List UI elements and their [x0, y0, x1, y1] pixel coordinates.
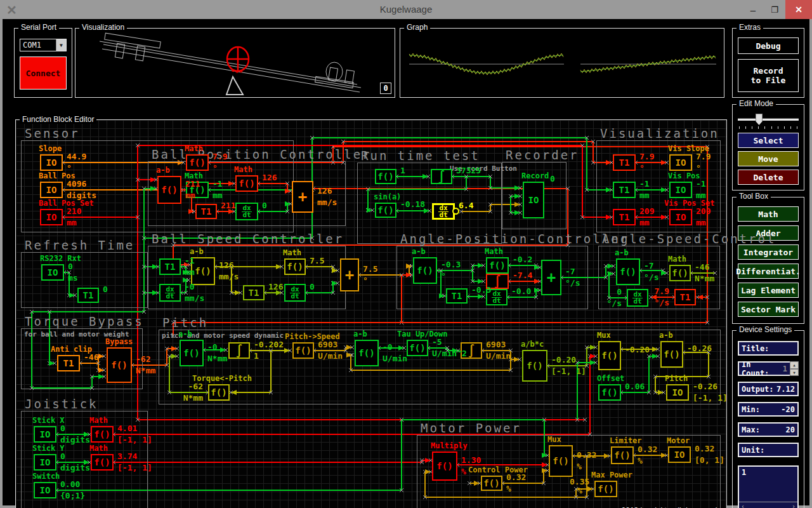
block-rt-ddt[interactable]: dxdt: [432, 203, 455, 220]
block-mp-lim[interactable]: f(): [611, 446, 634, 464]
output-unit: N*mm: [695, 274, 714, 283]
device-field-incount[interactable]: In Count:1▲▼: [738, 361, 799, 376]
block-vis-posset-io[interactable]: IO: [669, 209, 692, 225]
block-vis-slope-io[interactable]: IO: [669, 154, 692, 171]
block-tb-bypass[interactable]: f(): [107, 347, 132, 383]
block-bpc-ddt[interactable]: dxdt: [235, 203, 258, 220]
block-p-ab1[interactable]: f(): [180, 340, 204, 366]
block-slope-io[interactable]: IO: [40, 154, 63, 171]
device-field-unit[interactable]: Unit:: [738, 443, 799, 457]
block-mp-ctrl[interactable]: f(): [481, 476, 502, 491]
block-bpc-t1[interactable]: T1: [195, 204, 217, 219]
spin-up-icon[interactable]: ▲: [790, 361, 799, 369]
block-vis-pos-io[interactable]: IO: [669, 182, 692, 198]
block-rec-io[interactable]: IO: [523, 182, 544, 218]
block-tb-t1[interactable]: T1: [57, 355, 80, 371]
block-asc-t1[interactable]: T1: [674, 289, 696, 305]
edit-mode-button-move[interactable]: Move: [738, 151, 799, 166]
block-vis-t1-slope[interactable]: T1: [613, 154, 636, 171]
block-ballpos-io[interactable]: IO: [40, 182, 63, 198]
debug-button[interactable]: Debug: [738, 37, 799, 54]
block-bsc-math[interactable]: f(): [284, 258, 306, 275]
block-mp-motor[interactable]: IO: [668, 446, 691, 463]
device-field-min[interactable]: Min:-20: [738, 402, 799, 417]
spin-down-icon[interactable]: ▼: [790, 369, 799, 377]
block-mp-max[interactable]: f(): [594, 481, 617, 497]
block-p-mux[interactable]: f(): [598, 341, 621, 370]
block-j-sw-io[interactable]: IO: [34, 482, 56, 498]
block-p-t2p[interactable]: f(): [208, 384, 230, 401]
record-to-file-button[interactable]: Record to File: [738, 59, 799, 92]
toolbox-button-lag-element[interactable]: Lag Element: [738, 283, 799, 298]
block-bsc-ddt[interactable]: dxdt: [159, 284, 181, 302]
horizontal-scrollbar[interactable]: ‹ ›: [739, 502, 797, 508]
block-apc-t1[interactable]: T1: [446, 288, 468, 304]
list-item[interactable]: 1: [742, 468, 795, 477]
device-list[interactable]: 1 ‹ ›: [738, 465, 799, 508]
block-p-pitch-io[interactable]: IO: [666, 384, 689, 401]
toolbox-button-sector-mark[interactable]: Sector Mark: [738, 302, 799, 317]
block-asc-ddt[interactable]: dxdt: [627, 289, 648, 307]
block-bpc-add[interactable]: +: [292, 181, 313, 213]
toolbox-button-integrator[interactable]: Integrator: [738, 244, 799, 260]
edit-mode-button-delete[interactable]: Delete: [738, 170, 799, 185]
block-asc-ab[interactable]: f(): [616, 258, 640, 285]
device-field-max[interactable]: Max:20: [738, 422, 799, 437]
block-p-offset[interactable]: f(): [598, 384, 621, 401]
block-rt-f1[interactable]: f(): [375, 169, 396, 184]
toolbox-button-math[interactable]: Math: [738, 206, 799, 222]
minimize-button[interactable]: –: [742, 0, 764, 19]
block-p-ab2[interactable]: f(): [355, 340, 379, 366]
block-p-ab3[interactable]: f(): [660, 341, 683, 368]
block-mp-mux[interactable]: f(): [549, 445, 573, 477]
block-p-tau[interactable]: f(): [407, 340, 428, 356]
visualization-label: Visualization: [79, 23, 127, 31]
function-block-editor[interactable]: Function Block Editor SensorBall Positio…: [15, 119, 727, 508]
block-vis-t1-pos[interactable]: T1: [613, 182, 636, 198]
block-asc-math[interactable]: f(): [669, 265, 691, 281]
output-unit: [-1, 1]: [693, 393, 728, 403]
block-bsc-add[interactable]: +: [340, 258, 359, 291]
block-j-y-math[interactable]: f(): [91, 454, 114, 471]
toolbox-button-differentiat-[interactable]: Differentiat.: [738, 264, 799, 279]
spinner-control[interactable]: ▲▼: [790, 361, 799, 376]
block-apc-ab[interactable]: f(): [413, 257, 437, 284]
block-rt-sin[interactable]: f(): [375, 203, 396, 218]
block-ballposset-io[interactable]: IO: [40, 209, 63, 225]
block-apc-add[interactable]: +: [541, 260, 561, 295]
com-port-select[interactable]: COM1 ▼: [20, 39, 67, 51]
output-unit: %: [638, 456, 643, 465]
chevron-down-icon[interactable]: ▼: [56, 39, 66, 51]
block-p-int1[interactable]: ∫: [228, 342, 250, 359]
block-rt-int[interactable]: ∫: [431, 169, 452, 184]
scroll-left-icon[interactable]: ‹: [741, 503, 745, 508]
block-bsc-ddt2[interactable]: dxdt: [284, 284, 306, 302]
block-bsc-t1b[interactable]: T1: [243, 285, 265, 300]
block-rs232-io[interactable]: IO: [41, 264, 64, 281]
block-bsc-t1[interactable]: T1: [159, 258, 181, 275]
block-mp-mult[interactable]: f(): [432, 451, 457, 481]
com-port-value: COM1: [23, 41, 41, 50]
block-refresh-t1[interactable]: T1: [77, 288, 99, 303]
block-bpc-ab[interactable]: f(): [157, 176, 181, 204]
close-button[interactable]: ✕: [785, 0, 812, 19]
block-j-x-io[interactable]: IO: [34, 426, 56, 443]
scroll-right-icon[interactable]: ›: [792, 503, 796, 508]
block-p-abc[interactable]: f(): [522, 350, 547, 382]
edit-mode-button-select[interactable]: Select: [738, 133, 799, 148]
block-p-p2s[interactable]: f(): [292, 342, 314, 359]
slider-thumb[interactable]: [756, 114, 763, 125]
block-j-x-math[interactable]: f(): [91, 426, 114, 443]
block-j-y-io[interactable]: IO: [34, 454, 56, 471]
block-bpc-math[interactable]: f(): [235, 175, 258, 192]
connect-button[interactable]: Connect: [20, 57, 67, 90]
block-apc-math[interactable]: f(): [486, 257, 509, 274]
device-field-output[interactable]: Output:7.12: [738, 382, 799, 396]
maximize-button[interactable]: ❐: [764, 0, 785, 19]
edit-mode-slider[interactable]: [738, 114, 799, 128]
output-unit: mm: [185, 190, 195, 200]
block-slope-math[interactable]: f(): [186, 154, 209, 171]
block-vis-t1-posset[interactable]: T1: [613, 209, 636, 225]
device-field-title[interactable]: Title:: [738, 341, 799, 356]
output-value: 0.32: [638, 444, 657, 454]
